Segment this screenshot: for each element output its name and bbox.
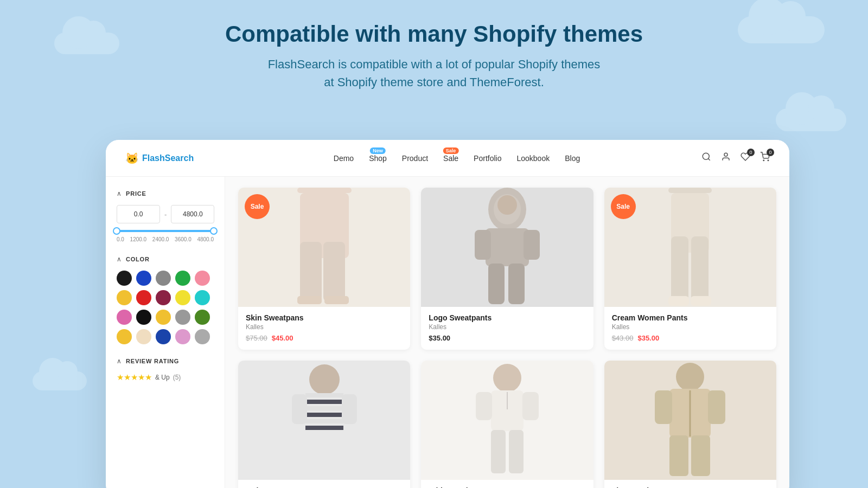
svg-rect-28: [305, 400, 343, 404]
product-name: Logo Sweatpants: [429, 313, 585, 322]
price-max-input[interactable]: [171, 205, 214, 223]
svg-rect-40: [491, 430, 506, 473]
color-swatch-4[interactable]: [195, 271, 210, 286]
svg-rect-8: [323, 242, 345, 301]
svg-rect-30: [305, 413, 343, 417]
color-swatch-0[interactable]: [117, 271, 132, 286]
logo-icon: 🐱: [125, 152, 139, 165]
account-icon[interactable]: [721, 152, 731, 164]
color-swatch-14[interactable]: [195, 310, 210, 325]
color-swatch-6[interactable]: [136, 290, 151, 305]
svg-rect-45: [708, 390, 725, 424]
price-original: $43.00: [612, 334, 634, 342]
product-info: Skin Sweatpans Kalles $75.00 $45.00: [238, 307, 410, 350]
svg-rect-21: [671, 236, 688, 301]
color-swatch-19[interactable]: [195, 329, 210, 344]
color-swatch-15[interactable]: [117, 329, 132, 344]
price-sale: $45.00: [272, 334, 293, 342]
price-slider-thumb-min[interactable]: [113, 227, 120, 235]
svg-rect-19: [668, 188, 712, 193]
navbar: 🐱 FlashSearch Demo New Shop Product Sale…: [106, 140, 789, 177]
review-filter-header[interactable]: ∧ REVIEW RATING: [117, 357, 214, 365]
color-swatch-3[interactable]: [175, 271, 190, 286]
product-brand: Kalles: [429, 323, 585, 331]
svg-rect-5: [297, 188, 352, 193]
price-inputs: -: [117, 205, 214, 223]
product-card-1[interactable]: Sale Skin Sweatpans Kalles $75.00 $45.00: [238, 188, 410, 350]
svg-rect-31: [305, 419, 343, 423]
hero-title: Compatible with many Shopify themes: [0, 21, 868, 48]
svg-rect-14: [524, 230, 540, 260]
rating-up-label: & Up: [155, 374, 170, 381]
cloud-decoration-4: [776, 108, 846, 131]
price-filter-header[interactable]: ∧ PRICE: [117, 190, 214, 197]
svg-point-42: [676, 363, 704, 391]
search-icon[interactable]: [701, 152, 711, 164]
sale-badge: Sale: [245, 194, 270, 219]
color-swatch-9[interactable]: [195, 290, 210, 305]
color-swatch-1[interactable]: [136, 271, 151, 286]
color-swatch-5[interactable]: [117, 290, 132, 305]
product-image: [421, 188, 593, 307]
svg-rect-41: [509, 430, 524, 473]
nav-item-blog[interactable]: Blog: [565, 154, 580, 163]
product-prices: $75.00 $45.00: [246, 334, 403, 342]
products-grid: Sale Skin Sweatpans Kalles $75.00 $45.00: [238, 188, 776, 488]
color-filter-label: COLOR: [126, 256, 150, 262]
shop-badge: New: [370, 147, 386, 154]
product-card-6[interactable]: Linen Jacket Kalles $65.00: [604, 361, 776, 488]
nav-item-portfolio[interactable]: Portfolio: [474, 154, 501, 163]
color-filter-section: ∧ COLOR: [117, 255, 214, 344]
color-grid: [117, 271, 214, 344]
price-slider-thumb-max[interactable]: [210, 227, 218, 235]
nav-item-product[interactable]: Product: [402, 154, 428, 163]
product-card-3[interactable]: Sale Cream Women Pants Kalles $43.00 $35…: [604, 188, 776, 350]
rating-row[interactable]: ★★★★★ & Up (5): [117, 373, 214, 382]
product-info: Linen Jacket Kalles $65.00: [604, 480, 776, 488]
svg-point-4: [768, 160, 769, 161]
svg-rect-34: [342, 394, 357, 424]
product-card-4[interactable]: Stripe Tee Kalles $28.00: [238, 361, 410, 488]
color-filter-header[interactable]: ∧ COLOR: [117, 255, 214, 263]
price-slider-track: [117, 230, 214, 232]
color-swatch-12[interactable]: [156, 310, 171, 325]
nav-item-lookbook[interactable]: Lookbook: [516, 154, 550, 163]
product-image: Sale: [604, 188, 776, 307]
sale-badge: Sale: [443, 147, 459, 154]
price-label-4800: 4800.0: [197, 236, 214, 242]
svg-point-18: [497, 195, 517, 215]
cart-icon[interactable]: 0: [760, 152, 770, 164]
color-swatch-10[interactable]: [117, 310, 132, 325]
svg-rect-33: [292, 394, 307, 424]
color-swatch-17[interactable]: [156, 329, 171, 344]
price-filter-label: PRICE: [126, 190, 146, 197]
product-card-5[interactable]: White Henley Kalles $32.00: [421, 361, 593, 488]
svg-line-1: [708, 158, 710, 160]
logo[interactable]: 🐱 FlashSearch: [125, 152, 212, 165]
color-swatch-8[interactable]: [175, 290, 190, 305]
svg-rect-24: [691, 296, 711, 306]
product-image: [604, 361, 776, 480]
wishlist-icon[interactable]: 0: [741, 152, 750, 164]
svg-rect-32: [305, 426, 343, 430]
review-filter-label: REVIEW RATING: [126, 358, 179, 364]
product-brand: Kalles: [612, 323, 769, 331]
svg-rect-23: [668, 296, 689, 306]
nav-item-demo[interactable]: Demo: [334, 154, 354, 163]
color-swatch-11[interactable]: [136, 310, 151, 325]
color-swatch-13[interactable]: [175, 310, 190, 325]
sale-badge: Sale: [611, 194, 636, 219]
price-min-input[interactable]: [117, 205, 160, 223]
rating-count: (5): [173, 374, 181, 381]
product-image: [421, 361, 593, 480]
cart-count: 0: [767, 149, 774, 156]
color-swatch-7[interactable]: [156, 290, 171, 305]
price-slider[interactable]: [117, 230, 214, 232]
product-card-2[interactable]: Logo Sweatpants Kalles $35.00: [421, 188, 593, 350]
color-swatch-16[interactable]: [136, 329, 151, 344]
nav-item-sale[interactable]: Sale Sale: [443, 154, 458, 163]
svg-point-25: [309, 364, 340, 395]
color-swatch-18[interactable]: [175, 329, 190, 344]
color-swatch-2[interactable]: [156, 271, 171, 286]
nav-item-shop[interactable]: New Shop: [369, 154, 387, 163]
